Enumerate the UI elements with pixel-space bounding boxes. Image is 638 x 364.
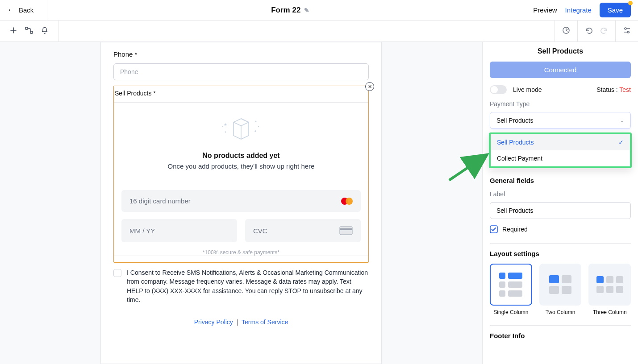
- preview-link[interactable]: Preview: [533, 6, 557, 14]
- svg-point-6: [258, 126, 259, 127]
- payment-type-select-wrap: Sell Products ⌄ Sell Products ✓ Collect …: [490, 112, 631, 129]
- card-number-input[interactable]: 16 digit card number: [121, 190, 361, 212]
- form-title: Form 22 ✎: [47, 6, 533, 15]
- layout-grid: Single Column Two Column: [490, 264, 631, 315]
- select-value: Sell Products: [496, 117, 533, 124]
- phone-label: Phone *: [113, 50, 369, 58]
- plus-icon[interactable]: [10, 27, 17, 35]
- history-icon[interactable]: [562, 26, 570, 36]
- form-title-text: Form 22: [271, 6, 300, 15]
- general-fields-heading: General fields: [490, 171, 631, 184]
- arrow-left-icon: ←: [7, 5, 15, 15]
- card-number-placeholder: 16 digit card number: [129, 197, 191, 205]
- phone-input[interactable]: [113, 63, 369, 80]
- topbar: ← Back Form 22 ✎ Preview Integrate Save: [0, 0, 638, 21]
- check-icon: ✓: [618, 139, 624, 146]
- svg-point-8: [222, 126, 223, 127]
- footer-links: Privacy Policy | Terms of Service: [113, 318, 369, 326]
- status-value: Test: [619, 86, 631, 93]
- left-tools: [0, 21, 58, 42]
- mastercard-icon: [341, 198, 353, 205]
- main: Phone * ✕ Sell Products *: [0, 42, 638, 364]
- consent-text: I Consent to Receive SMS Notifications, …: [127, 268, 369, 304]
- chevron-down-icon: ⌄: [620, 117, 624, 124]
- svg-rect-10: [340, 228, 352, 230]
- card-inputs: 16 digit card number MM / YY CVC: [114, 180, 368, 256]
- toolbar: [0, 21, 638, 42]
- canvas-area: Phone * ✕ Sell Products *: [0, 42, 482, 364]
- redo-icon: [600, 27, 608, 35]
- card-cvc-input[interactable]: CVC: [245, 219, 361, 242]
- back-label: Back: [19, 6, 33, 14]
- empty-state: No products added yet Once you add produ…: [114, 103, 368, 180]
- card-cvc-placeholder: CVC: [253, 227, 267, 235]
- live-mode-toggle[interactable]: [490, 85, 507, 94]
- svg-point-3: [625, 28, 626, 29]
- option-sell-products[interactable]: Sell Products ✓: [491, 134, 630, 150]
- live-mode-label: Live mode: [513, 86, 542, 93]
- unsaved-indicator-icon: [628, 1, 633, 5]
- svg-point-5: [255, 121, 257, 122]
- required-row[interactable]: Required: [490, 225, 631, 233]
- svg-point-7: [225, 132, 226, 133]
- card-expiry-placeholder: MM / YY: [129, 227, 155, 235]
- empty-title: No products added yet: [123, 152, 359, 160]
- label-input[interactable]: [490, 202, 631, 219]
- integrate-link[interactable]: Integrate: [565, 6, 592, 14]
- save-button[interactable]: Save: [600, 3, 631, 17]
- layout-two-column[interactable]: Two Column: [539, 264, 582, 315]
- flow-icon[interactable]: [25, 27, 33, 35]
- svg-point-4: [627, 31, 629, 33]
- option-collect-payment[interactable]: Collect Payment: [491, 150, 630, 166]
- bell-icon[interactable]: [41, 27, 48, 36]
- undo-icon[interactable]: [585, 27, 593, 35]
- back-button[interactable]: ← Back: [7, 0, 47, 21]
- required-label: Required: [502, 226, 528, 233]
- required-checkbox[interactable]: [490, 225, 498, 233]
- pencil-icon[interactable]: ✎: [304, 7, 309, 14]
- sell-products-block[interactable]: ✕ Sell Products *: [113, 86, 369, 263]
- save-label: Save: [608, 6, 623, 14]
- mode-row: Live mode Status : Test: [490, 85, 631, 94]
- right-tools: [555, 21, 638, 42]
- panel-title: Sell Products: [490, 47, 631, 55]
- payment-type-dropdown: Sell Products ✓ Collect Payment: [489, 132, 632, 168]
- label-field-label: Label: [490, 190, 631, 198]
- consent-checkbox[interactable]: [113, 269, 121, 277]
- consent-row: I Consent to Receive SMS Notifications, …: [113, 268, 369, 304]
- box-icon: [123, 114, 359, 145]
- payment-type-select[interactable]: Sell Products ⌄: [490, 112, 631, 129]
- close-icon[interactable]: ✕: [365, 82, 374, 91]
- svg-rect-1: [30, 31, 33, 33]
- empty-subtitle: Once you add products, they'll show up r…: [123, 162, 359, 170]
- payment-type-label: Payment Type: [490, 100, 631, 108]
- connected-banner: Connected: [490, 62, 631, 78]
- link-separator: |: [237, 318, 238, 326]
- right-panel: Sell Products Connected Live mode Status…: [482, 42, 638, 364]
- card-expiry-input[interactable]: MM / YY: [121, 219, 237, 242]
- layout-settings-heading: Layout settings: [490, 243, 631, 257]
- layout-single-column[interactable]: Single Column: [490, 264, 532, 315]
- svg-rect-0: [25, 27, 28, 29]
- sell-products-label: Sell Products *: [114, 90, 368, 102]
- secure-note: *100% secure & safe payments*: [121, 249, 361, 256]
- card-icon: [339, 226, 353, 235]
- footer-info-heading: Footer Info: [490, 325, 631, 339]
- terms-link[interactable]: Terms of Service: [242, 318, 288, 326]
- status-label: Status : Test: [596, 86, 631, 93]
- privacy-link[interactable]: Privacy Policy: [194, 318, 233, 326]
- settings-icon[interactable]: [623, 27, 631, 35]
- layout-three-column[interactable]: Three Column: [588, 264, 631, 315]
- top-actions: Preview Integrate Save: [533, 3, 631, 17]
- products-box: No products added yet Once you add produ…: [114, 102, 368, 256]
- svg-rect-9: [340, 227, 352, 235]
- form-card: Phone * ✕ Sell Products *: [100, 42, 382, 364]
